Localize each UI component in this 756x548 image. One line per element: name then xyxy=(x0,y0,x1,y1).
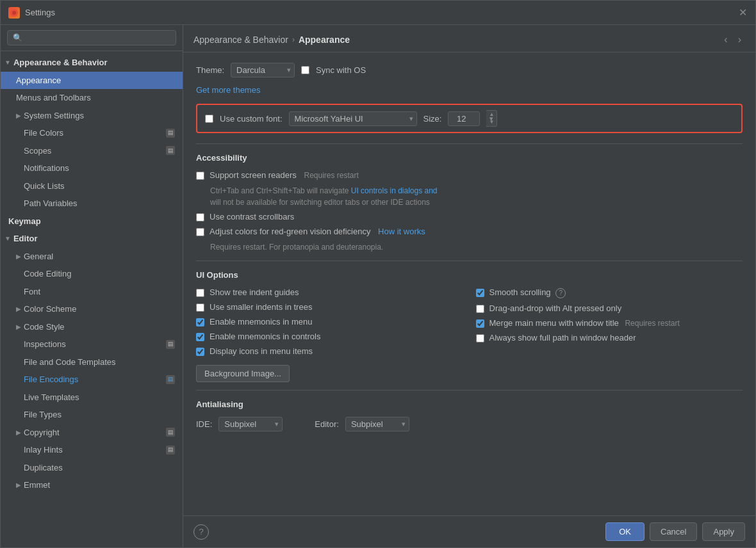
editor-aa-dropdown-wrapper: Subpixel xyxy=(345,417,409,431)
badge-icon: ▤ xyxy=(166,428,175,437)
sidebar-item-color-scheme[interactable]: ▶ Color Scheme xyxy=(1,300,183,318)
sidebar-item-appearance-behavior[interactable]: ▼ Appearance & Behavior xyxy=(1,54,183,72)
apply-button[interactable]: Apply xyxy=(702,522,745,541)
breadcrumb-parent: Appearance & Behavior xyxy=(193,35,288,45)
sidebar-item-menus-toolbars[interactable]: Menus and Toolbars xyxy=(1,89,183,107)
badge-icon: ▤ xyxy=(166,129,175,138)
back-button[interactable]: ‹ xyxy=(720,33,731,47)
merge-menu-label: Merge main menu with window title Requir… xyxy=(489,318,680,328)
how-it-works-link[interactable]: How it works xyxy=(378,227,425,236)
sidebar-item-emmet[interactable]: ▶ Emmet xyxy=(1,476,183,494)
breadcrumb-separator: › xyxy=(292,35,295,44)
right-panel: Appearance & Behavior › Appearance ‹ › T… xyxy=(183,25,755,547)
mnemonics-controls-row: Enable mnemonics in controls xyxy=(196,332,463,341)
display-icons-row: Display icons in menu items xyxy=(196,346,463,356)
mnemonics-menu-checkbox[interactable] xyxy=(196,318,204,326)
divider-accessibility xyxy=(196,143,743,144)
badge-icon: ▤ xyxy=(166,146,175,155)
search-input[interactable] xyxy=(7,30,176,45)
help-button[interactable]: ? xyxy=(193,524,209,540)
antialiasing-row: IDE: Subpixel Editor: Subpixel xyxy=(196,417,743,431)
sidebar-item-file-colors[interactable]: File Colors ▤ xyxy=(1,124,183,142)
sidebar-item-file-encodings[interactable]: File Encodings ▤ xyxy=(1,371,183,389)
drag-drop-alt-checkbox[interactable] xyxy=(476,305,484,313)
sidebar-search-area xyxy=(1,25,183,51)
sidebar-item-inspections[interactable]: Inspections ▤ xyxy=(1,335,183,353)
sidebar-item-notifications[interactable]: Notifications xyxy=(1,159,183,177)
sidebar-item-live-templates[interactable]: Live Templates xyxy=(1,389,183,407)
ide-aa-dropdown-wrapper: Subpixel xyxy=(218,417,283,431)
sidebar-item-duplicates[interactable]: Duplicates xyxy=(1,459,183,477)
sidebar-item-editor[interactable]: ▼ Editor xyxy=(1,230,183,248)
full-path-checkbox[interactable] xyxy=(476,334,484,342)
spin-up-button[interactable]: ▲ xyxy=(486,111,497,118)
sidebar-item-system-settings[interactable]: ▶ System Settings xyxy=(1,107,183,125)
divider-ui-options xyxy=(196,261,743,261)
screen-readers-checkbox[interactable] xyxy=(196,172,204,180)
sync-os-checkbox[interactable] xyxy=(301,66,309,74)
svg-point-1 xyxy=(12,11,16,15)
get-more-themes-row: Get more themes xyxy=(196,85,743,95)
theme-label: Theme: xyxy=(196,65,224,75)
close-button[interactable]: ✕ xyxy=(737,8,748,18)
full-path-label: Always show full path in window header xyxy=(489,333,636,342)
spin-down-button[interactable]: ▼ xyxy=(486,118,497,126)
display-icons-checkbox[interactable] xyxy=(196,348,204,356)
sidebar-item-inlay-hints[interactable]: Inlay Hints ▤ xyxy=(1,441,183,459)
smaller-indents-checkbox[interactable] xyxy=(196,303,204,312)
badge-icon: ▤ xyxy=(166,340,175,349)
sidebar-item-file-types[interactable]: File Types xyxy=(1,406,183,424)
merge-menu-tag: Requires restart xyxy=(625,319,679,328)
ide-aa-label: IDE: xyxy=(196,419,212,429)
sidebar-item-appearance[interactable]: Appearance xyxy=(1,72,183,90)
ide-aa-dropdown[interactable]: Subpixel xyxy=(218,417,283,431)
editor-aa-label: Editor: xyxy=(315,419,339,429)
full-path-row: Always show full path in window header xyxy=(476,333,743,342)
breadcrumb: Appearance & Behavior › Appearance xyxy=(193,35,350,45)
editor-aa-dropdown[interactable]: Subpixel xyxy=(345,417,409,431)
theme-dropdown-wrapper: Darcula xyxy=(231,63,295,77)
ui-right-col: Smooth scrolling ? Drag-and-drop with Al… xyxy=(476,287,743,361)
mnemonics-menu-label: Enable mnemonics in menu xyxy=(210,317,312,326)
sidebar-item-path-variables[interactable]: Path Variables xyxy=(1,195,183,213)
font-dropdown[interactable]: Microsoft YaHei UI xyxy=(289,111,417,126)
font-dropdown-wrapper: Microsoft YaHei UI xyxy=(289,111,417,126)
accessibility-title: Accessibility xyxy=(196,153,743,163)
custom-font-checkbox[interactable] xyxy=(205,115,213,123)
size-label: Size: xyxy=(423,114,442,124)
smooth-scrolling-checkbox[interactable] xyxy=(476,289,484,297)
app-icon xyxy=(8,7,20,19)
contrast-scrollbars-checkbox[interactable] xyxy=(196,213,204,222)
theme-dropdown[interactable]: Darcula xyxy=(231,63,295,77)
size-spin-wrapper: ▲ ▼ xyxy=(486,110,497,127)
sidebar-item-font[interactable]: Font xyxy=(1,283,183,301)
sidebar-item-scopes[interactable]: Scopes ▤ xyxy=(1,142,183,160)
cancel-button[interactable]: Cancel xyxy=(650,522,697,541)
ok-button[interactable]: OK xyxy=(605,522,645,541)
sidebar-item-general[interactable]: ▶ General xyxy=(1,248,183,266)
sidebar-item-code-style[interactable]: ▶ Code Style xyxy=(1,318,183,336)
sync-os-label: Sync with OS xyxy=(316,65,366,75)
mnemonics-controls-checkbox[interactable] xyxy=(196,333,204,341)
sidebar-item-copyright[interactable]: ▶ Copyright ▤ xyxy=(1,424,183,442)
get-more-themes-link[interactable]: Get more themes xyxy=(196,85,260,95)
sidebar-item-file-code-templates[interactable]: File and Code Templates xyxy=(1,353,183,371)
background-image-button[interactable]: Background Image... xyxy=(196,365,290,382)
size-spinner: ▲ ▼ xyxy=(486,110,497,127)
smooth-scrolling-info-icon[interactable]: ? xyxy=(555,288,566,298)
divider-antialiasing xyxy=(196,390,743,391)
ui-options-title: UI Options xyxy=(196,270,743,280)
contrast-scrollbars-row: Use contrast scrollbars xyxy=(196,212,743,222)
title-bar: Settings ✕ xyxy=(1,1,755,25)
sidebar-item-code-editing[interactable]: Code Editing xyxy=(1,265,183,283)
forward-button[interactable]: › xyxy=(734,33,745,47)
font-size-input[interactable] xyxy=(448,111,480,126)
sidebar-item-keymap[interactable]: Keymap xyxy=(1,213,183,230)
tree-indent-checkbox[interactable] xyxy=(196,289,204,297)
ui-options-checks: Show tree indent guides Use smaller inde… xyxy=(196,287,743,361)
chevron-down-icon: ▼ xyxy=(4,58,11,67)
navigation-arrows: ‹ › xyxy=(720,33,745,47)
color-deficiency-checkbox[interactable] xyxy=(196,228,204,236)
merge-menu-checkbox[interactable] xyxy=(476,319,484,328)
sidebar-item-quick-lists[interactable]: Quick Lists xyxy=(1,177,183,195)
